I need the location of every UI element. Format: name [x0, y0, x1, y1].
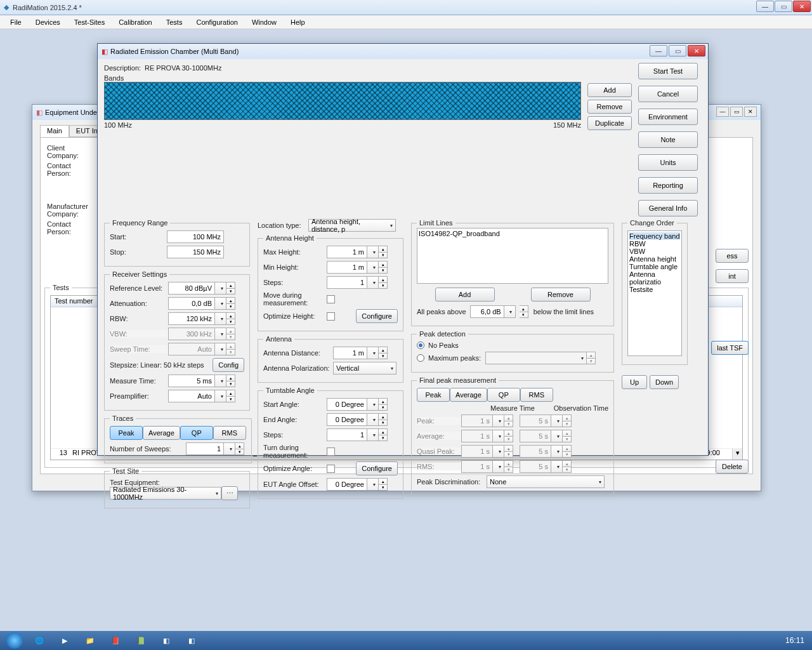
app-minimize-button[interactable]: —	[756, 1, 774, 12]
band-duplicate-button[interactable]: Duplicate	[587, 116, 632, 130]
meas-time-input[interactable]	[168, 375, 215, 387]
ref-level-unit[interactable]: ▾	[215, 282, 226, 295]
rbw-input[interactable]	[168, 312, 215, 325]
att-up[interactable]: ▴	[226, 297, 235, 303]
min-height-input[interactable]	[327, 261, 367, 274]
general-info-button[interactable]: General Info	[638, 200, 698, 216]
order-item[interactable]: Antenna polarizatio	[629, 270, 680, 286]
cancel-button[interactable]: Cancel	[638, 86, 698, 102]
ess-button[interactable]: ess	[716, 249, 749, 263]
taskbar-explorer-icon[interactable]: 📁	[77, 632, 103, 649]
configure-angle-button[interactable]: Configure	[356, 461, 398, 475]
eut-offset-input[interactable]	[327, 478, 367, 491]
menu-test-sites[interactable]: Test-Sites	[68, 17, 111, 27]
taskbar-app1-icon[interactable]: ◧	[154, 632, 179, 649]
dlg-minimize-button[interactable]: —	[650, 45, 667, 56]
config-button[interactable]: Config	[213, 358, 244, 372]
up-button[interactable]: Up	[622, 375, 647, 389]
preamp-input[interactable]	[168, 390, 215, 402]
environment-button[interactable]: Environment	[638, 109, 698, 125]
location-type-combo[interactable]: Antenna height, distance, p▾	[308, 219, 396, 232]
start-button[interactable]	[3, 632, 27, 649]
optimize-height-checkbox[interactable]	[327, 312, 335, 321]
limit-lines-list[interactable]: ISO14982-QP_broadband	[417, 228, 608, 284]
order-item[interactable]: Antenna height	[629, 255, 680, 263]
test-equipment-combo[interactable]: Radiated Emissions 30-1000MHz▾	[110, 487, 221, 500]
limit-remove-button[interactable]: Remove	[531, 288, 591, 302]
start-input[interactable]	[167, 230, 224, 243]
ref-up[interactable]: ▴	[226, 282, 235, 288]
num-sweeps-input[interactable]	[186, 442, 224, 455]
order-item[interactable]: Turntable angle	[629, 263, 680, 270]
meas-unit[interactable]: ▾	[215, 375, 226, 387]
menu-help[interactable]: Help	[284, 17, 311, 27]
rbw-down[interactable]: ▾	[226, 319, 235, 325]
band-add-button[interactable]: Add	[587, 83, 632, 97]
eut-minimize-button[interactable]: —	[716, 107, 729, 117]
taskbar-ie-icon[interactable]: 🌐	[27, 632, 52, 649]
end-angle-input[interactable]	[327, 413, 367, 426]
fpm-average-button[interactable]: Average	[450, 388, 487, 402]
order-item[interactable]: Testsite	[629, 286, 680, 293]
start-angle-input[interactable]	[327, 398, 367, 411]
menu-calibration[interactable]: Calibration	[112, 17, 159, 27]
configure-height-button[interactable]: Configure	[356, 309, 398, 323]
fpm-qp-button[interactable]: QP	[487, 388, 520, 402]
att-input[interactable]	[168, 297, 215, 310]
menu-devices[interactable]: Devices	[29, 17, 67, 27]
menu-tests[interactable]: Tests	[160, 17, 189, 27]
stop-input[interactable]	[167, 246, 224, 258]
ref-level-input[interactable]	[168, 282, 215, 295]
peaks-above-input[interactable]	[470, 305, 504, 318]
dlg-maximize-button[interactable]: ▭	[669, 45, 686, 56]
scroll-down-icon[interactable]: ▾	[732, 449, 742, 460]
turn-during-checkbox[interactable]	[327, 448, 335, 456]
trace-average-button[interactable]: Average	[143, 426, 180, 440]
order-item[interactable]: RBW	[629, 240, 680, 248]
trace-peak-button[interactable]: Peak	[110, 426, 143, 440]
emission-dialog-titlebar[interactable]: ◧ Radiated Emission Chamber (Multi Band)…	[98, 44, 708, 59]
rbw-up[interactable]: ▴	[226, 312, 235, 319]
taskbar-excel-icon[interactable]: 📗	[128, 632, 154, 649]
ref-down[interactable]: ▾	[226, 288, 235, 295]
eut-maximize-button[interactable]: ▭	[730, 107, 743, 117]
menu-file[interactable]: File	[4, 17, 28, 27]
units-button[interactable]: Units	[638, 154, 698, 171]
antenna-distance-input[interactable]	[333, 347, 367, 359]
rbw-unit[interactable]: ▾	[215, 312, 226, 325]
last-tsf-button[interactable]: last TSF	[711, 341, 749, 355]
band-remove-button[interactable]: Remove	[587, 100, 632, 114]
trace-rms-button[interactable]: RMS	[213, 426, 246, 440]
taskbar-pdf-icon[interactable]: 📕	[103, 632, 128, 649]
limit-add-button[interactable]: Add	[435, 288, 495, 302]
reporting-button[interactable]: Reporting	[638, 177, 698, 194]
att-down[interactable]: ▾	[226, 303, 235, 310]
menu-window[interactable]: Window	[246, 17, 283, 27]
max-height-input[interactable]	[327, 246, 367, 258]
menu-configuration[interactable]: Configuration	[190, 17, 244, 27]
dlg-close-button[interactable]: ✕	[688, 45, 705, 56]
fpm-peak-button[interactable]: Peak	[417, 388, 450, 402]
change-order-list[interactable]: Frequency band RBW VBW Antenna height Tu…	[627, 230, 682, 356]
note-button[interactable]: Note	[638, 131, 698, 148]
taskbar-media-icon[interactable]: ▶	[52, 632, 77, 649]
eut-close-button[interactable]: ✕	[744, 107, 757, 117]
steps-input[interactable]	[327, 276, 367, 289]
trace-qp-button[interactable]: QP	[180, 426, 213, 440]
bands-bar[interactable]	[104, 82, 581, 120]
optimize-angle-checkbox[interactable]	[327, 465, 335, 473]
app-maximize-button[interactable]: ▭	[775, 1, 792, 12]
app-close-button[interactable]: ✕	[793, 1, 811, 12]
test-equipment-browse-button[interactable]: ⋯	[221, 486, 238, 500]
max-peaks-radio[interactable]	[417, 354, 424, 362]
preamp-combo[interactable]: ▾	[215, 390, 226, 402]
taskbar-clock[interactable]: 16:11	[785, 636, 809, 645]
fpm-rms-button[interactable]: RMS	[520, 388, 553, 402]
start-test-button[interactable]: Start Test	[638, 63, 698, 79]
tab-main[interactable]: Main	[40, 125, 69, 137]
peak-disc-combo[interactable]: None▾	[487, 475, 605, 488]
down-button[interactable]: Down	[650, 375, 679, 389]
antenna-pol-combo[interactable]: Vertical▾	[333, 362, 396, 375]
att-unit[interactable]: ▾	[215, 297, 226, 310]
limit-item[interactable]: ISO14982-QP_broadband	[419, 230, 606, 237]
